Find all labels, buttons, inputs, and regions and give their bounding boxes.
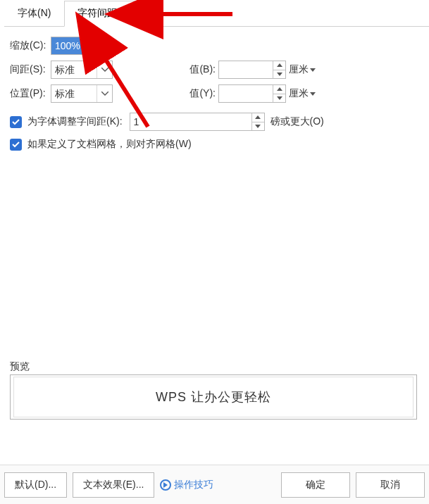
spinner-buttons[interactable] (273, 61, 285, 78)
tab-font-label: 字体(N) (18, 7, 51, 18)
unit-y-dropdown[interactable]: 厘米 (289, 87, 316, 100)
valueb-spinner[interactable] (218, 61, 286, 79)
tab-spacing-label: 字符间距(R) (77, 7, 130, 18)
chevron-up-icon[interactable] (273, 85, 285, 94)
snapgrid-label: 如果定义了文档网格，则对齐网格(W) (27, 138, 192, 151)
valuey-value (219, 85, 273, 102)
spacing-label: 间距(S): (10, 63, 51, 76)
cancel-button-label: 取消 (380, 479, 400, 491)
preview-text: WPS 让办公更轻松 (156, 389, 271, 405)
kerning-spinner[interactable]: 1 (130, 113, 265, 131)
pt-or-larger-label: 磅或更大(O) (271, 115, 324, 128)
tips-link[interactable]: 操作技巧 (160, 479, 213, 491)
scale-value: 100% (51, 37, 94, 54)
chevron-down-icon (97, 61, 112, 78)
kerning-checkbox[interactable] (10, 116, 22, 128)
valueb-value (219, 61, 273, 78)
spacing-combo[interactable]: 标准 (51, 61, 113, 79)
preview-label: 预览 (10, 360, 30, 373)
valuey-label: 值(Y): (183, 87, 216, 100)
unit-b-label: 厘米 (289, 63, 309, 76)
play-icon (160, 479, 171, 491)
chevron-down-icon (94, 37, 109, 54)
unit-b-dropdown[interactable]: 厘米 (289, 63, 316, 76)
valuey-spinner[interactable] (218, 84, 286, 103)
tab-font[interactable]: 字体(N) (4, 1, 64, 27)
preview-box: WPS 让办公更轻松 (10, 374, 417, 420)
unit-y-label: 厘米 (289, 87, 309, 100)
content-area: 缩放(C): 100% 间距(S): 标准 值(B): 厘米 位置(P): 标准 (0, 27, 429, 155)
kerning-label: 为字体调整字间距(K): (27, 115, 123, 128)
tab-bar: 字体(N) 字符间距(R) (4, 0, 429, 27)
scale-combo[interactable]: 100% (51, 37, 110, 55)
position-value: 标准 (51, 85, 97, 102)
caret-down-icon (310, 92, 316, 96)
chevron-down-icon[interactable] (273, 94, 285, 103)
chevron-up-icon[interactable] (273, 61, 285, 70)
default-button[interactable]: 默认(D)... (4, 472, 67, 498)
caret-down-icon (310, 68, 316, 72)
kerning-value: 1 (130, 113, 251, 130)
footer-bar: 默认(D)... 文本效果(E)... 操作技巧 确定 取消 (0, 465, 429, 504)
ok-button[interactable]: 确定 (281, 472, 350, 498)
valueb-label: 值(B): (183, 63, 216, 76)
position-combo[interactable]: 标准 (51, 84, 113, 103)
snapgrid-checkbox[interactable] (10, 139, 22, 151)
chevron-down-icon[interactable] (273, 70, 285, 79)
cancel-button[interactable]: 取消 (356, 472, 425, 498)
chevron-down-icon (97, 85, 112, 102)
spacing-value: 标准 (51, 61, 97, 78)
spinner-buttons[interactable] (251, 113, 264, 130)
scale-label: 缩放(C): (10, 39, 51, 52)
tips-label: 操作技巧 (174, 479, 213, 491)
tab-spacing[interactable]: 字符间距(R) (64, 1, 144, 27)
chevron-up-icon[interactable] (252, 113, 264, 122)
ok-button-label: 确定 (306, 479, 325, 491)
spinner-buttons[interactable] (273, 85, 285, 102)
default-button-label: 默认(D)... (15, 479, 56, 491)
text-effect-button-label: 文本效果(E)... (83, 479, 144, 491)
chevron-down-icon[interactable] (252, 122, 264, 131)
position-label: 位置(P): (10, 87, 51, 100)
text-effect-button[interactable]: 文本效果(E)... (73, 472, 154, 498)
